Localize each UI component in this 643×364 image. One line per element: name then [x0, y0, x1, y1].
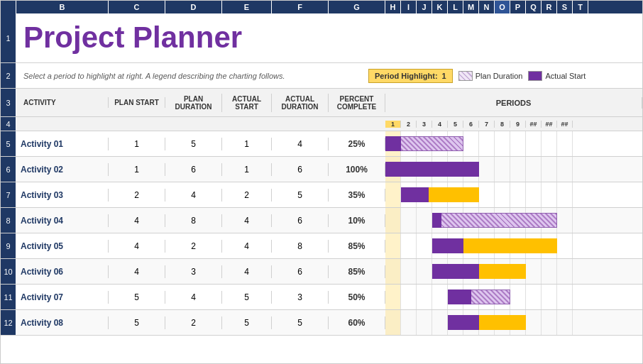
gantt-area-0 — [385, 131, 642, 156]
cell-plan-start-5: 4 — [109, 265, 165, 278]
rows-area: 1 Project Planner 2 Select a period to h… — [1, 13, 642, 363]
gantt-col-3 — [417, 208, 432, 233]
col-header-B: B — [16, 1, 109, 13]
gantt-area-4 — [385, 233, 642, 258]
gantt-col-1 — [385, 233, 401, 258]
gantt-actual-bar-yellow — [479, 315, 526, 330]
gantt-col-10 — [526, 182, 542, 207]
row-8-content: Activity 04 4 8 4 6 10% — [16, 208, 642, 233]
period-highlight-box[interactable]: Period Highlight: 1 — [368, 69, 453, 83]
period-num-6: 6 — [463, 121, 479, 128]
data-rows-container: 5 Activity 01 1 5 1 4 25% 6 Activity 02 … — [1, 131, 642, 336]
gantt-area-1 — [385, 157, 642, 182]
gantt-actual-bar-purple — [432, 213, 441, 228]
row-num-1: 1 — [1, 13, 16, 62]
col-header-N: N — [479, 1, 495, 13]
header-plan-start: PLAN START — [109, 97, 165, 108]
gantt-col-8 — [495, 182, 510, 207]
period-num-9: 9 — [510, 121, 526, 128]
col-header-E: E — [222, 1, 272, 13]
row-6-content: Activity 02 1 6 1 6 100% — [16, 157, 642, 182]
gantt-col-2 — [401, 208, 417, 233]
gantt-col-11 — [542, 259, 557, 284]
period-numbers-row: 123456789###### — [385, 121, 642, 128]
cell-actual-start-4: 4 — [222, 240, 272, 253]
data-row-12: 12 Activity 08 5 2 5 5 60% — [1, 310, 642, 336]
cell-plan-duration-1: 6 — [165, 163, 222, 176]
row-num-11: 11 — [1, 285, 16, 309]
col-header-O: O — [495, 1, 510, 13]
gantt-col-9 — [510, 182, 526, 207]
cell-actual-duration-7: 5 — [272, 316, 329, 329]
cell-actual-start-6: 5 — [222, 291, 272, 304]
column-header-row: B C D E F G H I J K L M N O P Q R S T — [1, 1, 642, 13]
col-header-K: K — [432, 1, 448, 13]
cell-actual-start-5: 4 — [222, 265, 272, 278]
cell-percent-6: 50% — [329, 291, 385, 304]
gantt-col-7 — [479, 157, 495, 182]
period-num-2: 2 — [401, 121, 417, 128]
cell-plan-duration-6: 4 — [165, 291, 222, 304]
gantt-actual-bar-purple — [432, 238, 463, 253]
cell-actual-duration-0: 4 — [272, 138, 329, 150]
col-header-R: R — [542, 1, 557, 13]
row-num-12: 12 — [1, 310, 16, 335]
cell-activity-2: Activity 03 — [16, 189, 109, 202]
gantt-actual-bar-purple — [385, 162, 479, 177]
cell-plan-start-3: 4 — [109, 214, 165, 227]
gantt-col-2 — [401, 310, 417, 335]
cell-actual-start-3: 4 — [222, 214, 272, 227]
header-actual-duration: ACTUAL DURATION — [272, 94, 329, 112]
cell-activity-7: Activity 08 — [16, 316, 109, 329]
gantt-actual-bar-yellow — [479, 264, 526, 279]
gantt-actual-bar-purple — [448, 289, 471, 304]
header-actual-start: ACTUAL START — [222, 94, 272, 112]
row-num-9: 9 — [1, 233, 16, 258]
header-plan-duration: PLAN DURATION — [165, 94, 222, 112]
data-row-7: 7 Activity 03 2 4 2 5 35% — [1, 182, 642, 208]
cell-plan-start-1: 1 — [109, 163, 165, 176]
row-2: 2 Select a period to highlight at right.… — [1, 63, 642, 89]
legend-area: Period Highlight: 1 Plan Duration Actual… — [364, 66, 642, 86]
col-header-S: S — [557, 1, 573, 13]
row-1-content: Project Planner — [16, 13, 642, 62]
gantt-col-11 — [542, 131, 557, 156]
legend-plan-duration: Plan Duration — [458, 71, 523, 81]
gantt-col-1 — [385, 310, 401, 335]
row-1: 1 Project Planner — [1, 13, 642, 63]
data-row-9: 9 Activity 05 4 2 4 8 85% — [1, 233, 642, 259]
gantt-col-7 — [479, 182, 495, 207]
header-periods: PERIODS — [385, 97, 642, 109]
cell-plan-duration-5: 3 — [165, 265, 222, 278]
gantt-col-1 — [385, 259, 401, 284]
gantt-col-11 — [542, 182, 557, 207]
cell-actual-start-0: 1 — [222, 138, 272, 150]
gantt-grid — [385, 285, 642, 309]
period-num-3: 3 — [417, 121, 432, 128]
title-cell: Project Planner — [16, 16, 364, 60]
cell-actual-duration-1: 6 — [272, 163, 329, 176]
period-num-10: ## — [526, 121, 542, 128]
plan-duration-label: Plan Duration — [476, 72, 523, 80]
period-highlight-value: 1 — [442, 72, 446, 80]
gantt-col-12 — [557, 208, 573, 233]
gantt-col-10 — [526, 285, 542, 309]
col-header-F: F — [272, 1, 329, 13]
header-percent-complete: PERCENT COMPLETE — [329, 94, 385, 112]
gantt-col-11 — [542, 310, 557, 335]
spreadsheet: B C D E F G H I J K L M N O P Q R S T 1 … — [0, 0, 643, 364]
cell-actual-duration-2: 5 — [272, 189, 329, 202]
row-3: 3 ACTIVITY PLAN START PLAN DURATION ACTU… — [1, 89, 642, 117]
col-header-D: D — [165, 1, 222, 13]
page-title: Project Planner — [23, 21, 357, 54]
legend-actual-start: Actual Start — [528, 71, 586, 81]
period-num-12: ## — [557, 121, 573, 128]
gantt-actual-bar-purple — [432, 264, 479, 279]
gantt-col-12 — [557, 182, 573, 207]
gantt-plan-bar — [432, 213, 557, 228]
gantt-area-6 — [385, 285, 642, 309]
period-num-4: 4 — [432, 121, 448, 128]
gantt-area-5 — [385, 259, 642, 284]
gantt-col-4 — [432, 285, 448, 309]
gantt-col-8 — [495, 131, 510, 156]
